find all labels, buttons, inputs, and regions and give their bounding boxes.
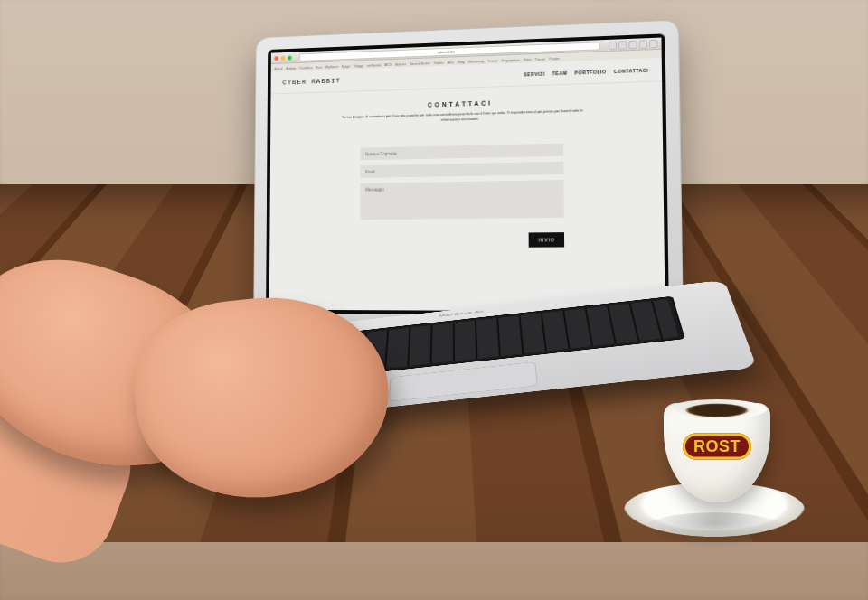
bookmark-item[interactable]: Casillero [299, 65, 312, 70]
bookmark-item[interactable]: Torrent Butler [410, 61, 430, 66]
submit-row: INVIO [360, 232, 564, 248]
email-field[interactable]: Email [360, 162, 563, 178]
bookmark-item[interactable]: Tonus! [487, 58, 498, 62]
page-intro: Se hai bisogno di contattarci per il tuo… [339, 108, 586, 125]
nav-contattaci[interactable]: CONTATTACI [614, 67, 649, 73]
contact-form: Nome e Cognome Email Messaggio INVIO [360, 144, 564, 248]
bookmark-item[interactable]: Turon! [535, 56, 545, 61]
window-controls[interactable] [274, 55, 291, 61]
toolbar-icon[interactable] [628, 40, 637, 48]
bookmark-item[interactable]: Streaming [468, 59, 485, 64]
screen-bezel: cyberrabbit ArtistiAsfaltoCasilleroFicoM… [266, 33, 669, 315]
bookmark-item[interactable]: weSpeak [367, 62, 382, 67]
message-field[interactable]: Messaggio [360, 180, 564, 220]
toolbar-icon[interactable] [639, 40, 647, 48]
site-nav: SERVIZI TEAM PORTFOLIO CONTATTACI [524, 67, 648, 77]
bookmark-item[interactable]: Magic [342, 63, 351, 68]
bookmark-item[interactable]: Asknet [395, 61, 406, 66]
browser-toolbar-icons [609, 39, 658, 49]
bookmark-item[interactable]: Blog [458, 59, 465, 63]
bookmark-item[interactable]: Viaggi [354, 63, 363, 68]
nav-servizi[interactable]: SERVIZI [524, 70, 545, 77]
bookmark-item[interactable]: Engagebox [502, 57, 520, 62]
name-placeholder: Nome e Cognome [365, 151, 397, 156]
submit-button[interactable]: INVIO [529, 232, 564, 248]
minimize-icon[interactable] [281, 55, 286, 60]
address-text: cyberrabbit [438, 49, 455, 54]
email-placeholder: Email [365, 169, 375, 173]
bookmark-item[interactable]: Mythene [326, 64, 338, 69]
message-placeholder: Messaggio [365, 187, 384, 192]
bookmark-item[interactable]: Subito [434, 60, 444, 64]
bookmark-item[interactable]: Asfalto [286, 65, 296, 70]
maximize-icon[interactable] [288, 55, 292, 60]
toolbar-icon[interactable] [618, 41, 627, 49]
toolbar-icon[interactable] [609, 41, 617, 49]
close-icon[interactable] [274, 56, 278, 61]
bookmark-item[interactable]: MCS [384, 61, 392, 66]
toolbar-icon[interactable] [649, 39, 657, 48]
webpage: CYBER RABBIT SERVIZI TEAM PORTFOLIO CONT… [269, 58, 665, 312]
bookmark-item[interactable]: Artisti [274, 66, 282, 70]
bookmark-item[interactable]: Fico [316, 64, 322, 69]
photo-scene: ROST cyberrabbit [0, 0, 868, 600]
name-field[interactable]: Nome e Cognome [360, 144, 563, 161]
screen-display: cyberrabbit ArtistiAsfaltoCasilleroFicoM… [269, 38, 665, 312]
nav-team[interactable]: TEAM [552, 70, 568, 76]
site-logo[interactable]: CYBER RABBIT [282, 77, 340, 87]
nav-portfolio[interactable]: PORTFOLIO [575, 69, 607, 75]
bookmark-item[interactable]: Poke [524, 57, 532, 61]
bookmark-item[interactable]: Poster [549, 56, 560, 61]
bookmark-item[interactable]: Attis [447, 60, 454, 64]
laptop-lid: cyberrabbit ArtistiAsfaltoCasilleroFicoM… [253, 19, 684, 329]
